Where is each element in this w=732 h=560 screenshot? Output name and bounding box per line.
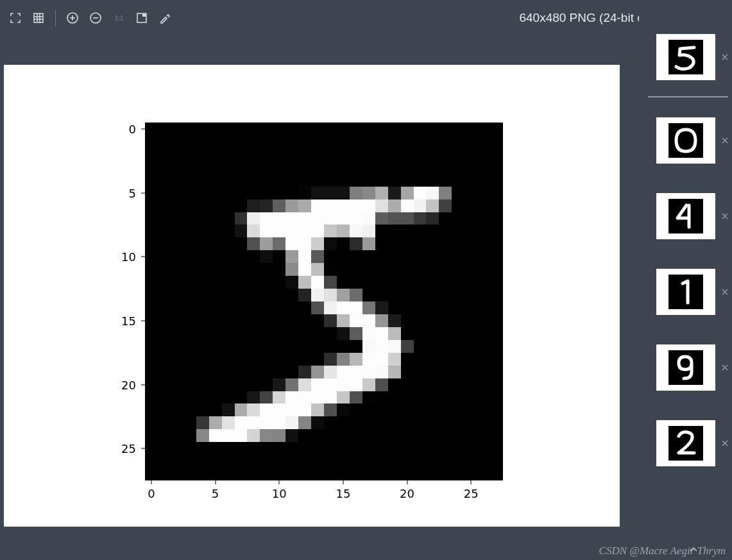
thumbnail-panel [639,13,732,544]
close-icon[interactable] [720,287,729,296]
thumbnail-divider [648,96,728,98]
x-tick-label: 10 [272,487,287,500]
digit-4-icon [668,199,703,233]
heatmap-pixels [145,123,503,480]
svg-rect-4 [142,14,146,17]
thumbnail-1[interactable] [656,269,715,315]
zoom-out-icon[interactable] [85,8,106,28]
close-icon[interactable] [720,439,729,448]
thumbnail-row [639,19,732,95]
y-tick-label: 15 [121,314,136,327]
y-tick-label: 0 [129,122,136,135]
watermark-label: CSDN @Macre Aegir Thrym [599,545,726,557]
close-icon[interactable] [720,136,729,145]
toolbar-separator [55,10,56,26]
thumbnail-4[interactable] [656,193,715,239]
x-tick-label: 5 [212,487,219,500]
digit-1-icon [668,275,703,309]
thumbnail-5[interactable] [656,34,715,80]
color-picker-icon[interactable] [155,8,175,28]
y-tick-label: 5 [129,186,136,199]
workspace: 05101520250510152025 [0,36,639,544]
digit-0-icon [668,123,703,158]
digit-2-icon [668,426,703,461]
x-tick-label: 25 [464,487,479,500]
zoom-in-icon[interactable] [62,8,83,28]
y-tick-label: 25 [121,442,136,455]
scroll-top-icon[interactable] [688,545,700,556]
fullscreen-icon[interactable] [132,8,152,28]
close-icon[interactable] [720,212,729,221]
y-tick-label: 10 [121,250,136,264]
thumbnail-row [639,405,732,481]
image-canvas[interactable]: 05101520250510152025 [4,65,620,527]
digit-5-icon [668,40,703,74]
heatmap-plot: 05101520250510152025 [145,123,503,480]
x-tick-label: 15 [336,487,350,500]
grid-icon[interactable] [28,8,49,28]
thumbnail-row [639,103,732,178]
close-icon[interactable] [720,53,729,62]
thumbnail-row [639,330,732,405]
digit-9-icon [668,350,703,385]
thumbnail-9[interactable] [656,344,715,391]
thumbnail-row [639,178,732,254]
close-icon[interactable] [720,363,729,372]
thumbnail-row [639,254,732,330]
one-to-one-button[interactable]: 1:1 [108,8,129,28]
toolbar: 1:1 640x480 PNG (24-bit color) 12.12 kB [0,0,732,36]
x-tick-label: 0 [148,487,155,500]
thumbnail-2[interactable] [656,420,715,466]
thumbnail-0[interactable] [656,117,715,164]
y-tick-label: 20 [121,378,136,391]
fit-screen-icon[interactable] [5,8,26,28]
one-to-one-label: 1:1 [115,14,123,22]
svg-rect-0 [34,13,43,22]
svg-rect-8 [668,275,703,309]
x-tick-label: 20 [400,487,414,500]
